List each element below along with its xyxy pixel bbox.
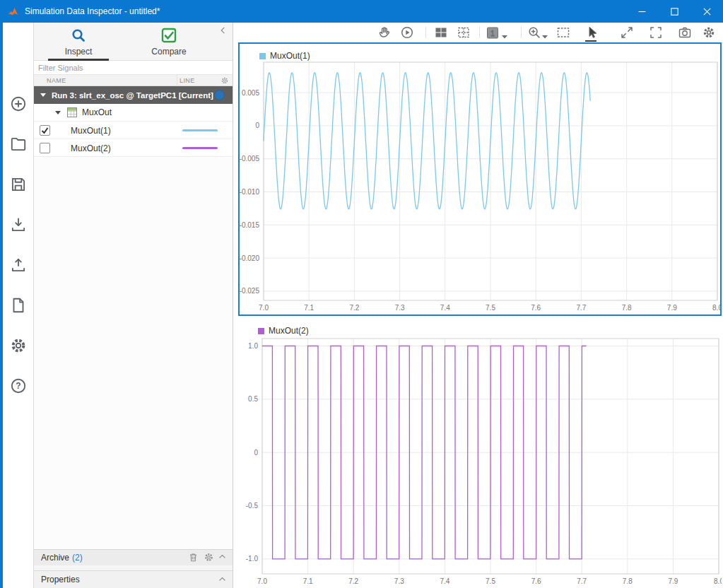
legend-swatch [258, 328, 264, 334]
minimize-button[interactable] [625, 0, 658, 23]
toolbar-separator [479, 27, 480, 38]
table-settings-button[interactable] [221, 76, 229, 86]
svg-text:0: 0 [254, 449, 258, 457]
plus-circle-icon [9, 95, 28, 113]
run-row[interactable]: Run 3: slrt_ex_osc @ TargetPC1 [Current] [34, 86, 233, 104]
layout-count-button[interactable]: 1 [486, 25, 499, 40]
tab-inspect[interactable]: Inspect [40, 23, 117, 61]
muxout-grid-icon [67, 107, 77, 117]
collapse-panel-button[interactable] [218, 25, 228, 37]
zoom-in-icon [527, 25, 541, 40]
svg-text:7.3: 7.3 [395, 304, 405, 312]
snapshot-button[interactable] [677, 25, 693, 40]
collapse-caret-icon[interactable] [55, 111, 61, 114]
signal-row[interactable]: MuxOut(2) [34, 139, 233, 157]
collapse-caret-icon[interactable] [40, 93, 46, 97]
tab-compare[interactable]: Compare [130, 23, 208, 61]
properties-collapse-button[interactable] [218, 575, 227, 586]
pointer-tool-button[interactable] [584, 25, 599, 40]
subplot-2[interactable]: MuxOut(2) 7.07.17.27.37.47.57.67.77.87.9… [238, 322, 722, 588]
signal-checkbox[interactable] [40, 143, 50, 153]
preferences-button[interactable] [8, 335, 29, 356]
zoom-dropdown-button[interactable] [542, 31, 548, 41]
subplot-1[interactable]: MuxOut(1) 7.07.17.27.37.47.57.67.77.87.9… [238, 42, 722, 316]
layout-dropdown-button[interactable] [502, 31, 507, 41]
svg-text:-1.0: -1.0 [246, 555, 259, 563]
add-button[interactable] [8, 93, 29, 114]
active-tool-underline [585, 40, 596, 42]
open-button[interactable] [8, 134, 29, 155]
app-toolbar: ? [3, 23, 34, 588]
properties-bar[interactable]: Properties [34, 570, 233, 588]
window-title: Simulation Data Inspector - untitled* [25, 6, 160, 16]
trash-button[interactable] [188, 552, 199, 565]
maximize-button[interactable] [658, 0, 690, 23]
archive-count: (2) [72, 553, 83, 563]
chevron-left-icon [218, 25, 228, 35]
gear-icon [204, 552, 214, 563]
plot-settings-button[interactable] [701, 25, 717, 40]
import-button[interactable] [8, 214, 29, 235]
chart-canvas[interactable]: 7.07.17.27.37.47.57.67.77.87.98.00.0050-… [240, 44, 720, 314]
window-edge [0, 23, 3, 588]
save-button[interactable] [8, 174, 29, 195]
filter-signals-input[interactable] [34, 61, 233, 74]
legend[interactable]: MuxOut(2) [258, 326, 309, 336]
toolbar-separator [521, 27, 522, 38]
maximize-icon [671, 8, 678, 16]
maximize-plot-button[interactable] [619, 25, 635, 40]
svg-text:8.0: 8.0 [712, 304, 720, 312]
camera-icon [678, 25, 692, 40]
fit-view-icon [556, 25, 570, 40]
legend-label: MuxOut(1) [270, 51, 310, 61]
replay-button[interactable] [399, 25, 415, 40]
fit-to-view-button[interactable] [556, 25, 571, 40]
help-icon: ? [9, 377, 28, 395]
archive-collapse-button[interactable] [218, 552, 227, 563]
signal-name: MuxOut(2) [71, 143, 111, 153]
svg-text:-0.010: -0.010 [240, 188, 259, 196]
settings-gear-icon [702, 25, 716, 40]
svg-text:7.8: 7.8 [622, 304, 632, 312]
archive-settings-button[interactable] [204, 552, 214, 565]
toolbar-separator [425, 27, 426, 38]
close-button[interactable] [690, 0, 723, 23]
export-button[interactable] [8, 254, 29, 276]
matlab-icon [7, 6, 19, 18]
layout-count-box: 1 [486, 26, 499, 40]
fullscreen-button[interactable] [648, 25, 664, 40]
edit-layout-button[interactable] [456, 25, 471, 40]
svg-text:8.0: 8.0 [714, 577, 722, 585]
report-button[interactable] [8, 295, 29, 316]
signal-row[interactable]: MuxOut(1) [34, 122, 233, 139]
column-line-header[interactable]: LINE [180, 77, 195, 84]
signal-line-swatch[interactable] [182, 129, 218, 131]
signal-checkbox[interactable] [40, 125, 50, 136]
pointer-icon [584, 25, 599, 40]
layout-grid-icon [434, 25, 448, 40]
titlebar[interactable]: Simulation Data Inspector - untitled* [0, 0, 723, 23]
replay-icon [400, 25, 414, 40]
svg-text:7.6: 7.6 [531, 577, 541, 585]
svg-text:7.2: 7.2 [349, 304, 359, 312]
column-name-header[interactable]: NAME [47, 77, 66, 84]
run-color-badge[interactable] [214, 90, 225, 100]
signal-group-row[interactable]: MuxOut [34, 104, 233, 122]
subplot-layout-button[interactable] [433, 25, 449, 40]
run-label: Run 3: slrt_ex_osc @ TargetPC1 [Current] [52, 91, 213, 100]
pan-button[interactable] [376, 25, 392, 40]
tab-compare-label: Compare [130, 47, 208, 57]
svg-text:1.0: 1.0 [248, 342, 258, 350]
svg-text:-0.025: -0.025 [240, 287, 259, 295]
signal-line-swatch[interactable] [182, 147, 218, 149]
help-button[interactable]: ? [8, 375, 29, 396]
archive-bar[interactable]: Archive (2) [34, 549, 233, 565]
document-icon [9, 296, 28, 314]
chart-canvas[interactable]: 7.07.17.27.37.47.57.67.77.87.98.01.00.50… [238, 322, 722, 588]
gear-icon [9, 336, 28, 355]
zoom-button[interactable] [527, 25, 542, 40]
chevron-up-icon [218, 552, 227, 561]
chevron-down-icon [542, 35, 548, 39]
legend[interactable]: MuxOut(1) [259, 51, 310, 61]
properties-label: Properties [41, 575, 80, 584]
